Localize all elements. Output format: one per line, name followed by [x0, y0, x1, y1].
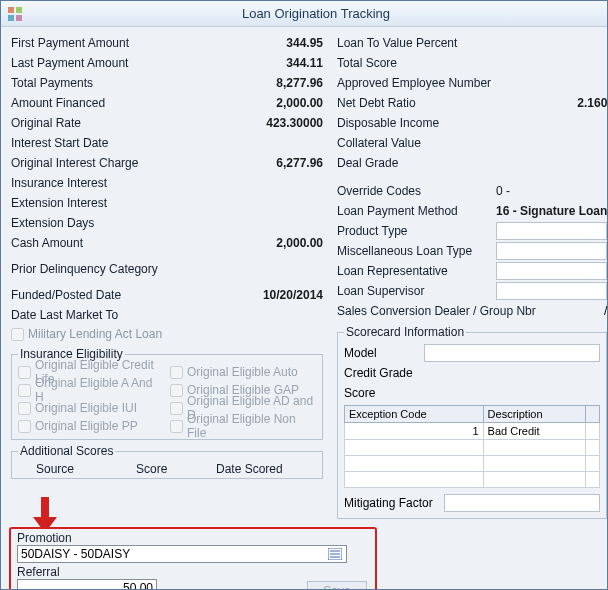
sales-dealer-sep: /: [604, 304, 607, 318]
field-label: Original Rate: [11, 116, 266, 130]
loan-payment-method-value: 16 - Signature Loan: [496, 204, 607, 218]
svg-rect-4: [41, 497, 49, 517]
left-row: Prior Delinquency Category: [11, 259, 323, 279]
mla-checkbox[interactable]: Military Lending Act Loan: [11, 325, 323, 343]
field-label: Total Payments: [11, 76, 276, 90]
grid-header[interactable]: Description: [483, 406, 585, 423]
right-input-row: Miscellaneous Loan Type: [337, 241, 607, 261]
field-label: Loan Representative: [337, 264, 492, 278]
table-row[interactable]: 1Bad Credit: [345, 423, 600, 440]
promotion-label: Promotion: [17, 531, 369, 545]
sales-dealer-label: Sales Conversion Dealer / Group Nbr: [337, 304, 552, 318]
field-label: First Payment Amount: [11, 36, 286, 50]
field-value: 344.11: [286, 56, 323, 70]
table-row[interactable]: [345, 440, 600, 456]
right-input-row: Product Type: [337, 221, 607, 241]
right-row: Approved Employee Number: [337, 73, 607, 93]
referral-label: Referral: [17, 565, 369, 579]
field-value: 2,000.00: [276, 236, 323, 250]
svg-rect-3: [16, 15, 22, 21]
eligibility-checkbox[interactable]: Original Eligible Auto: [170, 363, 316, 381]
left-row: Cash Amount2,000.00: [11, 233, 323, 253]
referral-input[interactable]: 50.00: [17, 579, 157, 590]
scorecard-legend: Scorecard Information: [344, 325, 466, 339]
table-row[interactable]: [345, 472, 600, 488]
left-row: Extension Interest: [11, 193, 323, 213]
field-value: 344.95: [286, 36, 323, 50]
scores-header-source: Source: [36, 462, 136, 476]
right-row: Collateral Value: [337, 133, 607, 153]
additional-scores-legend: Additional Scores: [18, 444, 115, 458]
sales-dealer-row: Sales Conversion Dealer / Group Nbr /: [337, 301, 607, 321]
field-label: Disposable Income: [337, 116, 522, 130]
net-debt-ratio-value: 2.160: [577, 96, 607, 110]
promotion-picker-icon[interactable]: [327, 547, 343, 561]
eligibility-checkbox[interactable]: Original Eligible Non File: [170, 417, 316, 435]
promotion-referral-group: Promotion 50DAISY - 50DAISY Referral 50.…: [9, 527, 377, 590]
scorecard-group: Scorecard Information Model Credit Grade…: [337, 325, 607, 519]
field-input[interactable]: [496, 262, 607, 280]
field-label: Date Last Market To: [11, 308, 323, 322]
grid-header[interactable]: Exception Code: [345, 406, 484, 423]
scorecard: Scorecard Information Model Credit Grade…: [337, 325, 607, 519]
eligibility-checkbox[interactable]: Original Eligible PP: [18, 417, 164, 435]
field-label: Last Payment Amount: [11, 56, 286, 70]
table-row[interactable]: [345, 456, 600, 472]
field-label: Loan To Value Percent: [337, 36, 522, 50]
loan-payment-method-row: Loan Payment Method 16 - Signature Loan: [337, 201, 607, 221]
field-label: Insurance Interest: [11, 176, 323, 190]
right-column: Loan To Value PercentTotal ScoreApproved…: [337, 33, 607, 521]
exception-table[interactable]: Exception CodeDescription 1Bad Credit: [344, 405, 600, 488]
client-area: First Payment Amount344.95Last Payment A…: [1, 27, 607, 589]
override-codes-label: Override Codes: [337, 184, 492, 198]
loan-origination-window: Loan Origination Tracking First Payment …: [0, 0, 608, 590]
mitigating-label: Mitigating Factor: [344, 496, 444, 510]
field-value: 423.30000: [266, 116, 323, 130]
left-row: Amount Financed2,000.00: [11, 93, 323, 113]
field-label: Prior Delinquency Category: [11, 262, 323, 276]
left-row: Last Payment Amount344.11: [11, 53, 323, 73]
left-row: Extension Days: [11, 213, 323, 233]
right-input-row: Loan Representative: [337, 261, 607, 281]
field-value: 8,277.96: [276, 76, 323, 90]
left-row: Funded/Posted Date10/20/2014: [11, 285, 323, 305]
svg-rect-2: [8, 15, 14, 21]
mitigating-input[interactable]: [444, 494, 600, 512]
mla-checkbox-box[interactable]: [11, 328, 24, 341]
field-value: 6,277.96: [276, 156, 323, 170]
field-input[interactable]: [496, 242, 607, 260]
field-input[interactable]: [496, 282, 607, 300]
net-debt-ratio-label: Net Debt Ratio: [337, 96, 522, 110]
left-row: Interest Start Date: [11, 133, 323, 153]
field-label: Loan Supervisor: [337, 284, 492, 298]
override-codes-row: Override Codes 0 -: [337, 181, 607, 201]
scorecard-model-label: Model: [344, 346, 424, 360]
scores-header-score: Score: [136, 462, 216, 476]
svg-rect-0: [8, 7, 14, 13]
left-row: Original Rate423.30000: [11, 113, 323, 133]
right-row: Total Score: [337, 53, 607, 73]
override-codes-value: 0 -: [496, 184, 510, 198]
eligibility-checkbox[interactable]: Original Eligible IUI: [18, 399, 164, 417]
scorecard-score-label: Score: [344, 386, 424, 400]
scores-header-date: Date Scored: [216, 462, 316, 476]
field-label: Amount Financed: [11, 96, 276, 110]
loan-payment-method-label: Loan Payment Method: [337, 204, 492, 218]
eligibility-checkbox[interactable]: Original Eligible A And H: [18, 381, 164, 399]
promotion-input[interactable]: 50DAISY - 50DAISY: [17, 545, 347, 563]
scorecard-model-input[interactable]: [424, 344, 600, 362]
insurance-eligibility-group: Insurance Eligibility Original Eligible …: [11, 347, 323, 440]
left-row: Insurance Interest: [11, 173, 323, 193]
left-column: First Payment Amount344.95Last Payment A…: [11, 33, 323, 521]
field-label: Interest Start Date: [11, 136, 323, 150]
field-label: Funded/Posted Date: [11, 288, 263, 302]
additional-scores-group: Additional Scores Source Score Date Scor…: [11, 444, 323, 479]
grid-header[interactable]: [585, 406, 599, 423]
right-row: Disposable Income: [337, 113, 607, 133]
right-input-row: Loan Supervisor: [337, 281, 607, 301]
right-row: Deal Grade: [337, 153, 607, 173]
right-row: Loan To Value Percent: [337, 33, 607, 53]
field-input[interactable]: [496, 222, 607, 240]
save-button[interactable]: Save: [307, 581, 367, 590]
svg-rect-1: [16, 7, 22, 13]
